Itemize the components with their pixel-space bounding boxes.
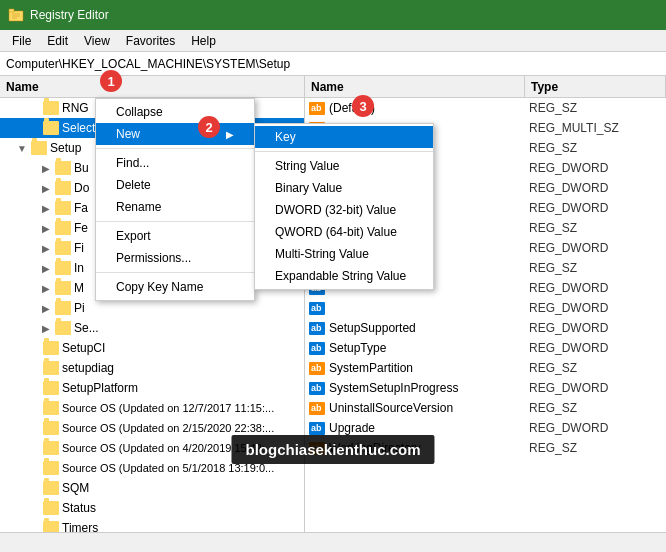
tree-label-status: Status (62, 501, 96, 515)
tree-arrow-bu: ▶ (40, 163, 52, 174)
tree-item-status[interactable]: Status (0, 498, 304, 518)
folder-icon-fa (55, 201, 71, 215)
badge-1: 1 (100, 70, 122, 92)
tree-label-bu: Bu (74, 161, 89, 175)
context-menu-container: Collapse New ▶ Key String Value Binary V… (95, 98, 255, 301)
ctx-sep1 (96, 148, 254, 149)
ctx-new-label: New (116, 127, 140, 141)
tree-arrow-setup: ▼ (16, 143, 28, 154)
reg-row-setupsupported[interactable]: abSetupSupported REG_DWORD (305, 318, 666, 338)
status-bar (0, 532, 666, 552)
menu-help[interactable]: Help (183, 32, 224, 50)
tree-label-setupci: SetupCI (62, 341, 105, 355)
tree-arrow-m: ▶ (40, 283, 52, 294)
ctx-find[interactable]: Find... (96, 152, 254, 174)
reg-type-upgrade: REG_DWORD (529, 421, 666, 435)
tree-item-setupdiag[interactable]: setupdiag (0, 358, 304, 378)
tree-item-setupci[interactable]: SetupCI (0, 338, 304, 358)
reg-icon-dword-ssip: ab (309, 382, 325, 395)
title-bar: Registry Editor (0, 0, 666, 30)
folder-icon-se (55, 321, 71, 335)
folder-icon-source3 (43, 441, 59, 455)
tree-arrow-fi: ▶ (40, 243, 52, 254)
tree-item-timers[interactable]: Timers (0, 518, 304, 532)
tree-item-se[interactable]: ▶ Se... (0, 318, 304, 338)
menu-bar: File Edit View Favorites Help (0, 30, 666, 52)
folder-icon-fi (55, 241, 71, 255)
ctx-new[interactable]: New ▶ (96, 123, 254, 145)
reg-row-setuptype[interactable]: abSetupType REG_DWORD (305, 338, 666, 358)
svg-rect-1 (9, 9, 14, 12)
submenu-multistring[interactable]: Multi-String Value (255, 243, 433, 265)
folder-icon-source1 (43, 401, 59, 415)
tree-arrow-se: ▶ (40, 323, 52, 334)
tree-label-sqm: SQM (62, 481, 89, 495)
ctx-delete[interactable]: Delete (96, 174, 254, 196)
submenu-binary-value[interactable]: Binary Value (255, 177, 433, 199)
tree-item-source1[interactable]: Source OS (Updated on 12/7/2017 11:15:..… (0, 398, 304, 418)
tree-arrow-pi: ▶ (40, 303, 52, 314)
ctx-new-submenu: Key String Value Binary Value DWORD (32-… (254, 123, 434, 290)
tree-label-m: M (74, 281, 84, 295)
menu-favorites[interactable]: Favorites (118, 32, 183, 50)
tree-item-pi[interactable]: ▶ Pi (0, 298, 304, 318)
menu-view[interactable]: View (76, 32, 118, 50)
reg-icon-ab: ab (309, 102, 325, 115)
submenu-key[interactable]: Key (255, 126, 433, 148)
folder-icon-setupplatform (43, 381, 59, 395)
reg-row-syspartition[interactable]: abSystemPartition REG_SZ (305, 358, 666, 378)
reg-type-4: REG_DWORD (529, 161, 666, 175)
reg-name-upgrade: Upgrade (329, 421, 375, 435)
submenu-qword64[interactable]: QWORD (64-bit) Value (255, 221, 433, 243)
title-text: Registry Editor (30, 8, 109, 22)
submenu-string-value[interactable]: String Value (255, 155, 433, 177)
tree-item-sqm[interactable]: SQM (0, 478, 304, 498)
tree-header: Name (0, 76, 304, 98)
folder-icon-select (43, 121, 59, 135)
folder-icon-setup (31, 141, 47, 155)
menu-file[interactable]: File (4, 32, 39, 50)
watermark: blogchiasekienthuc.com (231, 435, 434, 464)
tree-arrow-do: ▶ (40, 183, 52, 194)
reg-type-setuptype: REG_DWORD (529, 341, 666, 355)
ctx-copy-key[interactable]: Copy Key Name (96, 276, 254, 298)
reg-type-ssip: REG_DWORD (529, 381, 666, 395)
folder-icon-rng (43, 101, 59, 115)
reg-type-5: REG_DWORD (529, 181, 666, 195)
reg-type-8: REG_DWORD (529, 241, 666, 255)
submenu-dword32[interactable]: DWORD (32-bit) Value (255, 199, 433, 221)
folder-icon-setupdiag (43, 361, 59, 375)
reg-row-11[interactable]: ab REG_DWORD (305, 298, 666, 318)
col-header-type: Type (525, 76, 666, 98)
tree-label-setupplatform: SetupPlatform (62, 381, 138, 395)
tree-label-pi: Pi (74, 301, 85, 315)
tree-label-rng: RNG (62, 101, 89, 115)
context-menu: Collapse New ▶ Key String Value Binary V… (95, 98, 255, 301)
menu-edit[interactable]: Edit (39, 32, 76, 50)
ctx-new-wrapper: New ▶ Key String Value Binary Value DWOR… (96, 123, 254, 145)
ctx-export[interactable]: Export (96, 225, 254, 247)
tree-label-se: Se... (74, 321, 99, 335)
reg-row-ssip[interactable]: abSystemSetupInProgress REG_DWORD (305, 378, 666, 398)
submenu-expandable[interactable]: Expandable String Value (255, 265, 433, 287)
ctx-permissions[interactable]: Permissions... (96, 247, 254, 269)
folder-icon-in (55, 261, 71, 275)
reg-row-uninstall[interactable]: abUninstallSourceVersion REG_SZ (305, 398, 666, 418)
reg-type-6: REG_DWORD (529, 201, 666, 215)
ctx-collapse[interactable]: Collapse (96, 101, 254, 123)
address-bar: Computer\HKEY_LOCAL_MACHINE\SYSTEM\Setup (0, 52, 666, 76)
ctx-new-arrow: ▶ (226, 129, 234, 140)
badge-2: 2 (198, 116, 220, 138)
folder-icon-setupci (43, 341, 59, 355)
tree-label-select: Select (62, 121, 95, 135)
ctx-rename[interactable]: Rename (96, 196, 254, 218)
tree-label-setup: Setup (50, 141, 81, 155)
tree-label-fe: Fe (74, 221, 88, 235)
reg-icon-dword11: ab (309, 302, 325, 315)
folder-icon-sqm (43, 481, 59, 495)
tree-label-setupdiag: setupdiag (62, 361, 114, 375)
tree-item-setupplatform[interactable]: SetupPlatform (0, 378, 304, 398)
ctx-sep2 (96, 221, 254, 222)
folder-icon-m (55, 281, 71, 295)
tree-arrow-fa: ▶ (40, 203, 52, 214)
